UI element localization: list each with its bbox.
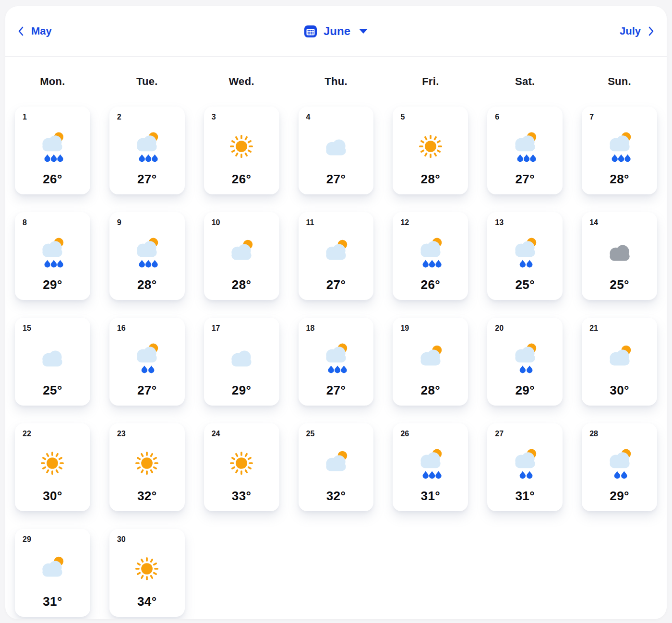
temperature-label: 27° bbox=[306, 277, 366, 292]
day-card[interactable]: 1325° bbox=[487, 212, 563, 300]
cloud-sun-icon bbox=[306, 226, 366, 277]
sun-icon bbox=[212, 120, 272, 172]
rain-sun-icon bbox=[495, 120, 555, 172]
rain-sun-icon bbox=[23, 226, 83, 277]
temperature-label: 32° bbox=[117, 489, 177, 503]
rain-sun-icon bbox=[117, 226, 177, 277]
weekday-label: Sun. bbox=[582, 75, 657, 88]
day-card[interactable]: 728° bbox=[582, 107, 657, 194]
weekday-label: Mon. bbox=[15, 75, 90, 88]
day-card[interactable]: 928° bbox=[109, 212, 185, 300]
day-card[interactable]: 1729° bbox=[204, 318, 279, 406]
day-card[interactable]: 2631° bbox=[393, 423, 468, 511]
day-card[interactable]: 2532° bbox=[299, 423, 374, 511]
rain-sun-icon bbox=[400, 226, 460, 277]
day-card[interactable]: 2829° bbox=[582, 423, 657, 511]
temperature-label: 28° bbox=[400, 383, 460, 398]
rain-sun-icon bbox=[117, 120, 177, 172]
day-card[interactable]: 1127° bbox=[299, 212, 374, 300]
day-card[interactable]: 2731° bbox=[487, 423, 563, 511]
temperature-label: 29° bbox=[212, 383, 272, 398]
day-card[interactable]: 1928° bbox=[393, 318, 468, 406]
day-card[interactable]: 3034° bbox=[109, 529, 185, 617]
day-card[interactable]: 528° bbox=[393, 107, 468, 194]
day-card[interactable]: 2433° bbox=[204, 423, 279, 511]
temperature-label: 27° bbox=[306, 383, 366, 398]
cloud-sun-icon bbox=[306, 437, 366, 489]
temperature-label: 29° bbox=[495, 383, 555, 398]
sun-icon bbox=[117, 543, 177, 594]
sun-icon bbox=[400, 120, 460, 172]
weather-calendar-panel: May June July Mon.Tue.Wed.Thu.Fri.Sat.Su… bbox=[5, 6, 667, 619]
sun-icon bbox=[23, 437, 83, 489]
cloud-icon bbox=[306, 120, 366, 172]
temperature-label: 28° bbox=[117, 277, 177, 292]
current-month-label: June bbox=[324, 24, 350, 38]
cloud-sun-icon bbox=[400, 332, 460, 383]
weekday-row: Mon.Tue.Wed.Thu.Fri.Sat.Sun. bbox=[5, 57, 667, 107]
temperature-label: 32° bbox=[306, 489, 366, 503]
cloud-sun-icon bbox=[212, 226, 272, 277]
temperature-label: 25° bbox=[589, 277, 649, 292]
day-card[interactable]: 1425° bbox=[582, 212, 657, 300]
day-card[interactable]: 2332° bbox=[109, 423, 185, 511]
temperature-label: 27° bbox=[306, 172, 366, 187]
drizzle-sun-icon bbox=[589, 437, 649, 489]
day-card[interactable]: 2130° bbox=[582, 318, 657, 406]
day-card[interactable]: 1627° bbox=[109, 318, 185, 406]
temperature-label: 31° bbox=[495, 489, 555, 503]
chevron-right-icon bbox=[648, 26, 654, 36]
month-selector[interactable]: June bbox=[303, 24, 369, 38]
day-card[interactable]: 1827° bbox=[299, 318, 374, 406]
weekday-label: Tue. bbox=[109, 75, 185, 88]
cloud-gray-icon bbox=[589, 226, 649, 277]
rain-sun-icon bbox=[306, 332, 366, 383]
temperature-label: 34° bbox=[117, 594, 177, 609]
prev-month-label: May bbox=[31, 25, 52, 37]
calendar-icon bbox=[303, 24, 318, 38]
temperature-label: 25° bbox=[23, 383, 83, 398]
drizzle-sun-icon bbox=[117, 332, 177, 383]
day-card[interactable]: 1525° bbox=[15, 318, 90, 406]
day-card[interactable]: 126° bbox=[15, 107, 90, 194]
cloud-icon bbox=[23, 332, 83, 383]
drizzle-sun-icon bbox=[495, 332, 555, 383]
drizzle-sun-icon bbox=[495, 226, 555, 277]
prev-month-button[interactable]: May bbox=[18, 25, 52, 37]
rain-sun-icon bbox=[589, 120, 649, 172]
day-card[interactable]: 627° bbox=[487, 107, 563, 194]
day-card[interactable]: 427° bbox=[299, 107, 374, 194]
temperature-label: 31° bbox=[23, 594, 83, 609]
temperature-label: 27° bbox=[117, 172, 177, 187]
day-card[interactable]: 2931° bbox=[15, 529, 90, 617]
day-card[interactable]: 2230° bbox=[15, 423, 90, 511]
day-card[interactable]: 2029° bbox=[487, 318, 563, 406]
temperature-label: 27° bbox=[495, 172, 555, 187]
sun-icon bbox=[117, 437, 177, 489]
temperature-label: 28° bbox=[589, 172, 649, 187]
weekday-label: Sat. bbox=[487, 75, 563, 88]
temperature-label: 28° bbox=[212, 277, 272, 292]
temperature-label: 25° bbox=[495, 277, 555, 292]
day-card[interactable]: 1226° bbox=[393, 212, 468, 300]
temperature-label: 26° bbox=[23, 172, 83, 187]
chevron-down-icon bbox=[358, 28, 369, 35]
cloud-sun-icon bbox=[23, 543, 83, 594]
calendar-header: May June July bbox=[5, 6, 667, 57]
weekday-label: Wed. bbox=[204, 75, 279, 88]
day-card[interactable]: 227° bbox=[109, 107, 185, 194]
temperature-label: 27° bbox=[117, 383, 177, 398]
next-month-button[interactable]: July bbox=[620, 25, 654, 37]
temperature-label: 30° bbox=[23, 489, 83, 503]
drizzle-sun-icon bbox=[495, 437, 555, 489]
temperature-label: 28° bbox=[400, 172, 460, 187]
sun-icon bbox=[212, 437, 272, 489]
day-card[interactable]: 1028° bbox=[204, 212, 279, 300]
calendar-grid: 126°227°326°427°528°627°728°829°928°1028… bbox=[5, 107, 667, 617]
day-card[interactable]: 326° bbox=[204, 107, 279, 194]
temperature-label: 26° bbox=[400, 277, 460, 292]
chevron-left-icon bbox=[18, 26, 24, 36]
weekday-label: Fri. bbox=[393, 75, 468, 88]
day-card[interactable]: 829° bbox=[15, 212, 90, 300]
cloud-sun-icon bbox=[589, 332, 649, 383]
